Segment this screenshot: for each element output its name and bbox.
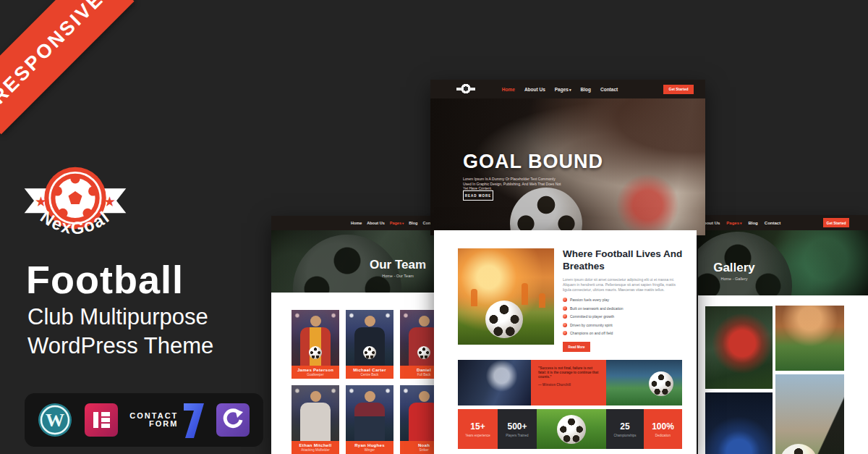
player-card[interactable]: Michael CarterCentre Back	[346, 310, 393, 379]
elementor-icon	[84, 403, 119, 437]
hero-paragraph: Lorem Ipsum Is A Dummy Or Placeholder Te…	[463, 177, 563, 191]
contact-form-7-icon: CONTACT FORM	[129, 402, 204, 438]
nav-contact[interactable]: Contact	[765, 221, 780, 225]
team-navbar: Home About Us Pages▾ Blog Contact	[271, 216, 438, 230]
stadium-image	[606, 360, 682, 405]
list-item: Champions on and off field	[563, 331, 683, 335]
stats-section: "Success is not final, failure is not fa…	[458, 360, 682, 449]
chevron-down-icon: ▾	[740, 222, 741, 225]
theme-title: Football	[26, 257, 184, 302]
hero-navbar: Home About Us Pages▾ Blog Contact Get St…	[430, 80, 705, 98]
nav-blog[interactable]: Blog	[409, 221, 417, 225]
team-page-title: Our Team	[351, 258, 438, 272]
chevron-down-icon: ▾	[402, 222, 404, 225]
team-page-header: Our Team Home - Our Team	[271, 230, 438, 293]
nav-about[interactable]: About Us	[367, 221, 384, 225]
get-started-button[interactable]: Get Started	[823, 218, 849, 227]
screenshot-about-section: Where Football Lives And Breathes Lorem …	[434, 230, 697, 454]
about-feature-list: Passion fuels every play Built on teamwo…	[563, 298, 683, 335]
player-card[interactable]: DanielFull Back	[400, 310, 438, 379]
wordpress-icon: W	[38, 403, 72, 437]
player-photo	[292, 310, 339, 366]
breadcrumb: Home - Our Team	[351, 274, 438, 278]
breadcrumb: Home - Gallery	[705, 277, 763, 281]
player-card[interactable]: Ethan MitchellAttacking Midfielder	[292, 385, 339, 454]
gallery-image-ball-closeup[interactable]	[775, 374, 844, 454]
list-item: Committed to player growth	[563, 314, 683, 319]
nav-pages[interactable]: Pages▾	[555, 87, 571, 92]
stat-championships: 25Championships	[606, 409, 644, 449]
about-image	[458, 248, 554, 345]
soccer-ball-image	[510, 188, 582, 235]
theme-subtitle-1: Club Multipurpose	[27, 304, 208, 330]
theme-subtitle-2: WordPress Theme	[27, 333, 213, 359]
gallery-image-match[interactable]	[775, 306, 844, 371]
list-item: Driven by community spirit	[563, 323, 683, 327]
sprinting-player-image	[458, 360, 531, 405]
gallery-page-title: Gallery	[705, 261, 763, 275]
nav-pages[interactable]: Pages▾	[726, 221, 741, 225]
ball-bullet-icon	[563, 314, 567, 319]
gallery-grid	[698, 295, 868, 454]
stat-players: 500+Players Trained	[498, 409, 537, 449]
player-card[interactable]: Ryan HughesWinger	[346, 385, 393, 454]
ball-bullet-icon	[563, 331, 567, 335]
soccer-ball-image	[485, 300, 523, 338]
gallery-page-header: Gallery Home - Gallery	[698, 230, 868, 295]
player-card[interactable]: NoahStriker	[400, 385, 438, 454]
stat-dedication: 100%Dedication	[644, 409, 682, 449]
player-photo	[400, 310, 438, 366]
tech-badges-bar: W CONTACT FORM	[25, 393, 263, 447]
site-logo-icon[interactable]	[456, 84, 475, 93]
nav-about[interactable]: About Us	[524, 87, 545, 92]
responsive-ribbon: RESPONSIVE	[0, 0, 135, 135]
read-more-button[interactable]: READ MORE	[463, 190, 493, 201]
ball-bullet-icon	[563, 323, 567, 327]
nav-pages[interactable]: Pages▾	[390, 221, 404, 225]
player-photo	[400, 385, 438, 441]
grass-ball-image	[537, 409, 606, 449]
nav-blog[interactable]: Blog	[748, 221, 757, 225]
nav-blog[interactable]: Blog	[581, 87, 591, 92]
player-photo	[346, 385, 393, 441]
redux-icon	[216, 403, 250, 437]
about-heading: Where Football Lives And Breathes	[563, 248, 683, 272]
screenshot-gallery-page: Home About Us Pages▾ Blog Contact Get St…	[698, 215, 868, 454]
player-photo	[292, 385, 339, 441]
read-more-button[interactable]: Read More	[563, 342, 590, 352]
stat-years: 15+Years experience	[458, 409, 498, 449]
screenshot-home-page: Home About Us Pages▾ Blog Contact Get St…	[430, 80, 705, 235]
team-grid: James PetersonGoalkeeper Michael CarterC…	[271, 293, 438, 454]
hero-image: GOAL BOUND Lorem Ipsum Is A Dummy Or Pla…	[430, 98, 705, 235]
ball-bullet-icon	[563, 306, 567, 311]
player-photo	[346, 310, 393, 366]
list-item: Passion fuels every play	[563, 298, 683, 302]
hero-title: GOAL BOUND	[463, 151, 603, 173]
screenshot-team-page: Home About Us Pages▾ Blog Contact Our Te…	[271, 216, 438, 454]
svg-text:W: W	[46, 410, 64, 431]
player-card[interactable]: James PetersonGoalkeeper	[292, 310, 339, 379]
list-item: Built on teamwork and dedication	[563, 306, 683, 311]
get-started-button[interactable]: Get Started	[663, 85, 694, 94]
nexgoal-logo: ★ ★ NexGoal	[20, 158, 130, 251]
quote-card: "Success is not final, failure is not fa…	[531, 360, 606, 405]
gallery-image-player-back[interactable]	[705, 392, 773, 454]
gallery-navbar: Home About Us Pages▾ Blog Contact Get St…	[698, 215, 868, 230]
about-paragraph: Lorem ipsum dolor sit amet consectetur a…	[563, 277, 683, 293]
chevron-down-icon: ▾	[569, 88, 571, 92]
nav-home[interactable]: Home	[351, 221, 362, 225]
nav-contact[interactable]: Contact	[600, 87, 618, 92]
nav-home[interactable]: Home	[502, 87, 515, 92]
ball-bullet-icon	[563, 298, 567, 302]
gallery-image-goalkeeper[interactable]	[705, 306, 773, 389]
